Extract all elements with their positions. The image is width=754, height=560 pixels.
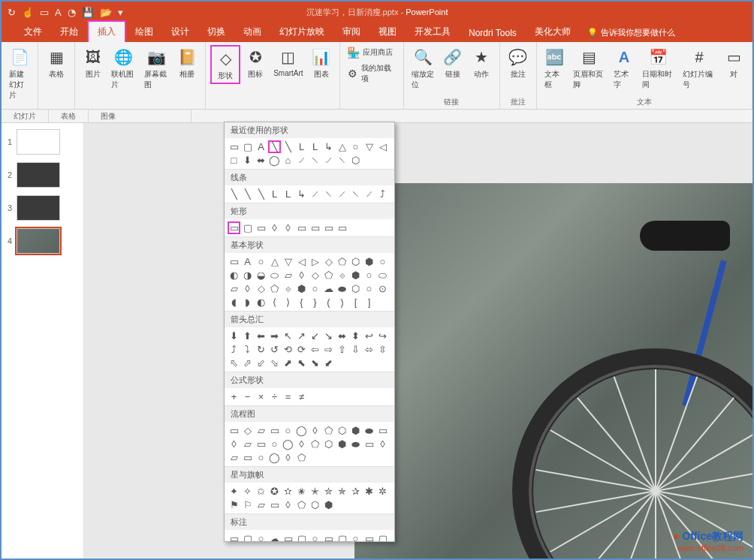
shape-flowchart-13[interactable]: ▱ — [241, 438, 254, 450]
shape-basic-7[interactable]: ◇ — [322, 255, 335, 268]
shape-arrows-7[interactable]: ↘ — [322, 330, 335, 342]
dropdown-icon[interactable]: ▾ — [118, 7, 123, 18]
icons-button[interactable]: ✪图标 — [242, 45, 269, 84]
shape-stars-8[interactable]: ✯ — [336, 485, 348, 498]
shape-recent-10[interactable]: ▽ — [363, 140, 375, 153]
shape-stars-9[interactable]: ✰ — [349, 485, 362, 498]
shape-recent-19[interactable]: ⟋ — [322, 154, 335, 167]
shape-arrows-10[interactable]: ↩ — [363, 330, 375, 342]
online-picture-button[interactable]: 🌐联机图片 — [108, 45, 140, 92]
shape-basic-29[interactable]: ⬢ — [295, 282, 308, 295]
shape-basic-33[interactable]: ⬡ — [349, 282, 362, 295]
shape-arrows-15[interactable]: ↺ — [268, 343, 281, 356]
shape-basic-34[interactable]: ○ — [363, 282, 375, 295]
shape-basic-43[interactable]: ( — [322, 296, 335, 309]
shape-recent-7[interactable]: ↳ — [322, 140, 335, 153]
shape-stars-4[interactable]: ✫ — [282, 485, 294, 498]
shape-recent-3[interactable]: ╲ — [268, 140, 281, 153]
shape-equation-3[interactable]: ÷ — [268, 390, 281, 403]
shape-callouts-11[interactable]: ▢ — [376, 532, 389, 542]
shape-basic-19[interactable]: ⬠ — [322, 269, 335, 282]
save-icon[interactable]: 💾 — [82, 7, 94, 18]
shape-stars-11[interactable]: ✲ — [376, 485, 389, 498]
shape-recent-0[interactable]: ▭ — [228, 140, 240, 153]
shape-recent-4[interactable]: ╲ — [282, 140, 294, 153]
shape-recent-15[interactable]: ◯ — [268, 154, 281, 167]
link-button[interactable]: 🔗链接 — [439, 45, 466, 92]
shape-arrows-30[interactable]: ⬊ — [309, 357, 321, 369]
shape-stars-10[interactable]: ✱ — [363, 485, 375, 498]
shape-stars-2[interactable]: ✩ — [255, 485, 267, 498]
shape-flowchart-20[interactable]: ⬢ — [336, 438, 348, 450]
shape-recent-11[interactable]: ◁ — [376, 140, 389, 153]
shape-basic-17[interactable]: ◊ — [295, 269, 308, 282]
shape-flowchart-7[interactable]: ⬠ — [322, 424, 335, 437]
shape-arrows-20[interactable]: ⇧ — [336, 343, 348, 356]
shape-basic-39[interactable]: ⟨ — [268, 296, 281, 309]
shape-equation-4[interactable]: = — [282, 390, 294, 403]
shape-basic-27[interactable]: ⬠ — [268, 282, 281, 295]
shape-stars-3[interactable]: ✪ — [268, 485, 281, 498]
shape-basic-2[interactable]: ○ — [255, 255, 267, 268]
shape-arrows-14[interactable]: ↻ — [255, 343, 267, 356]
shape-flowchart-11[interactable]: ▭ — [376, 424, 389, 437]
shape-lines-10[interactable]: ⟋ — [363, 188, 375, 200]
shape-flowchart-4[interactable]: ○ — [282, 424, 294, 437]
object-button[interactable]: ▭对 — [720, 45, 747, 92]
chart-button[interactable]: 📊图表 — [308, 45, 335, 84]
shape-stars-15[interactable]: ▭ — [268, 498, 281, 511]
action-button[interactable]: ★动作 — [468, 45, 495, 92]
shape-callouts-7[interactable]: ▭ — [322, 532, 335, 542]
new-slide-button[interactable]: 📄新建 幻灯片 — [6, 45, 33, 102]
shape-lines-9[interactable]: ⟍ — [349, 188, 362, 200]
shape-arrows-23[interactable]: ⇳ — [376, 343, 389, 356]
shape-basic-42[interactable]: } — [309, 296, 321, 309]
shape-basic-46[interactable]: ] — [363, 296, 375, 309]
shape-arrows-12[interactable]: ⤴ — [228, 343, 240, 356]
shape-basic-36[interactable]: ◖ — [228, 296, 240, 309]
shape-basic-41[interactable]: { — [295, 296, 308, 309]
tab-developer[interactable]: 开发工具 — [406, 22, 460, 42]
shape-equation-0[interactable]: + — [228, 390, 240, 403]
shape-callouts-1[interactable]: ▢ — [241, 532, 254, 542]
thumb-row-2[interactable]: 2 — [8, 162, 77, 188]
shape-flowchart-8[interactable]: ⬡ — [336, 424, 348, 437]
shape-recent-13[interactable]: ⬇ — [241, 154, 254, 167]
shape-flowchart-12[interactable]: ◊ — [228, 438, 240, 450]
redo-icon[interactable]: ↻ — [8, 7, 16, 18]
shape-basic-4[interactable]: ▽ — [282, 255, 294, 268]
album-button[interactable]: 📔相册 — [173, 45, 201, 92]
shape-equation-1[interactable]: − — [241, 390, 254, 403]
shape-arrows-19[interactable]: ⇨ — [322, 343, 335, 356]
tab-slideshow[interactable]: 幻灯片放映 — [270, 22, 333, 42]
shape-icon[interactable]: ◔ — [68, 7, 76, 18]
shape-flowchart-28[interactable]: ◊ — [282, 451, 294, 464]
addins-button[interactable]: ⚙我的加载项 — [345, 62, 399, 86]
shape-recent-5[interactable]: L — [295, 140, 308, 153]
shape-flowchart-24[interactable]: ▱ — [228, 451, 240, 464]
shape-callouts-2[interactable]: ○ — [255, 532, 267, 542]
shape-basic-16[interactable]: ▱ — [282, 269, 294, 282]
shape-lines-5[interactable]: ↳ — [295, 188, 308, 200]
shape-arrows-18[interactable]: ⇦ — [309, 343, 321, 356]
shape-lines-0[interactable]: ╲ — [228, 188, 240, 200]
thumb-row-4[interactable]: 4 — [8, 228, 77, 254]
shape-callouts-0[interactable]: ▭ — [228, 532, 240, 542]
shape-flowchart-5[interactable]: ◯ — [295, 424, 308, 437]
shape-stars-18[interactable]: ⬡ — [309, 498, 321, 511]
shape-arrows-3[interactable]: ➡ — [268, 330, 281, 342]
shape-rect-3[interactable]: ◊ — [268, 221, 281, 234]
thumb-row-1[interactable]: 1 — [8, 129, 77, 155]
shape-recent-20[interactable]: ⟍ — [336, 154, 348, 167]
shape-callouts-9[interactable]: ○ — [349, 532, 362, 542]
shape-equation-2[interactable]: × — [255, 390, 267, 403]
shape-rect-8[interactable]: ▭ — [336, 221, 348, 234]
shape-callouts-6[interactable]: ○ — [309, 532, 321, 542]
shape-stars-13[interactable]: ⚐ — [241, 498, 254, 511]
shape-arrows-9[interactable]: ⬍ — [349, 330, 362, 342]
shape-stars-7[interactable]: ✮ — [322, 485, 335, 498]
shape-basic-22[interactable]: ○ — [363, 269, 375, 282]
shape-arrows-28[interactable]: ⬈ — [282, 357, 294, 369]
shape-arrows-4[interactable]: ↖ — [282, 330, 294, 342]
font-icon[interactable]: A — [55, 7, 62, 18]
